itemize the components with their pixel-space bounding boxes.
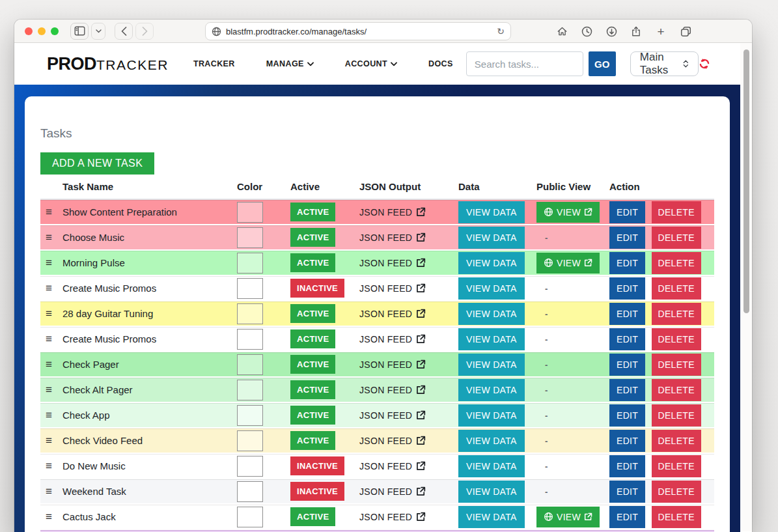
json-feed-link[interactable]: JSON FEED xyxy=(359,258,426,268)
add-task-button[interactable]: ADD A NEW TASK xyxy=(40,152,154,175)
edit-button[interactable]: EDIT xyxy=(609,252,645,274)
json-feed-link[interactable]: JSON FEED xyxy=(359,385,426,395)
view-data-button[interactable]: VIEW DATA xyxy=(458,506,525,528)
zoom-window-button[interactable] xyxy=(51,27,59,35)
drag-handle-icon[interactable]: ≡ xyxy=(40,307,52,320)
public-view-button[interactable]: VIEW xyxy=(536,253,600,273)
delete-button[interactable]: DELETE xyxy=(652,404,701,427)
delete-button[interactable]: DELETE xyxy=(652,455,701,477)
new-tab-button[interactable]: + xyxy=(652,23,670,40)
view-data-button[interactable]: VIEW DATA xyxy=(458,455,525,477)
color-swatch[interactable] xyxy=(237,253,263,273)
refresh-icon[interactable] xyxy=(699,58,710,70)
delete-button[interactable]: DELETE xyxy=(652,481,701,503)
history-button[interactable] xyxy=(577,23,596,40)
view-data-button[interactable]: VIEW DATA xyxy=(458,252,525,274)
delete-button[interactable]: DELETE xyxy=(652,354,701,376)
json-feed-link[interactable]: JSON FEED xyxy=(359,436,426,446)
view-data-button[interactable]: VIEW DATA xyxy=(458,404,525,427)
json-feed-link[interactable]: JSON FEED xyxy=(359,461,426,471)
back-button[interactable] xyxy=(115,23,133,40)
scrollbar-thumb[interactable] xyxy=(743,49,749,313)
scrollbar-track[interactable] xyxy=(740,43,752,531)
drag-handle-icon[interactable]: ≡ xyxy=(40,460,52,473)
delete-button[interactable]: DELETE xyxy=(652,379,701,401)
url-bar[interactable]: blastfm.prodtracker.co/manage/tasks/ ↻ xyxy=(205,22,511,40)
edit-button[interactable]: EDIT xyxy=(609,277,645,300)
edit-button[interactable]: EDIT xyxy=(609,430,645,452)
forward-button[interactable] xyxy=(135,23,154,40)
active-badge[interactable]: INACTIVE xyxy=(290,482,344,501)
json-feed-link[interactable]: JSON FEED xyxy=(359,410,426,421)
delete-button[interactable]: DELETE xyxy=(652,506,701,528)
site-logo[interactable]: PRODTRACKER xyxy=(47,54,169,74)
json-feed-link[interactable]: JSON FEED xyxy=(359,512,426,522)
public-view-button[interactable]: VIEW xyxy=(536,507,600,527)
json-feed-link[interactable]: JSON FEED xyxy=(359,207,426,217)
color-swatch[interactable] xyxy=(237,278,263,299)
drag-handle-icon[interactable]: ≡ xyxy=(40,485,52,498)
active-badge[interactable]: ACTIVE xyxy=(290,507,335,526)
edit-button[interactable]: EDIT xyxy=(609,227,645,249)
view-data-button[interactable]: VIEW DATA xyxy=(458,201,525,223)
edit-button[interactable]: EDIT xyxy=(609,404,645,427)
color-swatch[interactable] xyxy=(237,481,263,502)
drag-handle-icon[interactable]: ≡ xyxy=(40,511,52,524)
delete-button[interactable]: DELETE xyxy=(652,227,701,249)
active-badge[interactable]: ACTIVE xyxy=(290,355,335,374)
share-button[interactable] xyxy=(627,23,645,40)
delete-button[interactable]: DELETE xyxy=(652,303,701,325)
tab-overview-button[interactable] xyxy=(676,23,695,40)
sidebar-toggle-button[interactable] xyxy=(70,23,89,40)
json-feed-link[interactable]: JSON FEED xyxy=(359,359,426,370)
active-badge[interactable]: ACTIVE xyxy=(290,406,335,425)
delete-button[interactable]: DELETE xyxy=(652,252,701,274)
active-badge[interactable]: ACTIVE xyxy=(290,253,335,272)
color-swatch[interactable] xyxy=(237,507,263,527)
edit-button[interactable]: EDIT xyxy=(609,328,645,350)
active-badge[interactable]: ACTIVE xyxy=(290,228,335,247)
drag-handle-icon[interactable]: ≡ xyxy=(40,409,52,422)
downloads-button[interactable] xyxy=(602,23,620,40)
color-swatch[interactable] xyxy=(237,380,263,400)
active-badge[interactable]: ACTIVE xyxy=(290,203,335,221)
edit-button[interactable]: EDIT xyxy=(609,303,645,325)
color-swatch[interactable] xyxy=(237,329,263,350)
view-data-button[interactable]: VIEW DATA xyxy=(458,277,525,300)
delete-button[interactable]: DELETE xyxy=(652,277,701,300)
edit-button[interactable]: EDIT xyxy=(609,506,645,528)
nav-item-tracker[interactable]: TRACKER xyxy=(193,59,235,68)
json-feed-link[interactable]: JSON FEED xyxy=(359,486,426,497)
color-swatch[interactable] xyxy=(237,430,263,451)
edit-button[interactable]: EDIT xyxy=(609,201,645,223)
color-swatch[interactable] xyxy=(237,303,263,324)
search-input[interactable] xyxy=(466,51,583,76)
view-data-button[interactable]: VIEW DATA xyxy=(458,354,525,376)
color-swatch[interactable] xyxy=(237,354,263,375)
edit-button[interactable]: EDIT xyxy=(609,354,645,376)
task-list-select[interactable]: Main Tasks xyxy=(630,51,699,76)
minimize-window-button[interactable] xyxy=(38,27,46,35)
drag-handle-icon[interactable]: ≡ xyxy=(40,206,52,219)
active-badge[interactable]: ACTIVE xyxy=(290,380,335,399)
json-feed-link[interactable]: JSON FEED xyxy=(359,309,426,319)
edit-button[interactable]: EDIT xyxy=(609,481,645,503)
nav-item-docs[interactable]: DOCS xyxy=(428,59,453,68)
json-feed-link[interactable]: JSON FEED xyxy=(359,334,426,344)
drag-handle-icon[interactable]: ≡ xyxy=(40,282,52,295)
reload-icon[interactable]: ↻ xyxy=(497,27,505,36)
delete-button[interactable]: DELETE xyxy=(652,328,701,350)
delete-button[interactable]: DELETE xyxy=(652,430,701,452)
json-feed-link[interactable]: JSON FEED xyxy=(359,283,426,294)
active-badge[interactable]: INACTIVE xyxy=(290,456,344,475)
edit-button[interactable]: EDIT xyxy=(609,455,645,477)
close-window-button[interactable] xyxy=(25,27,33,35)
color-swatch[interactable] xyxy=(237,202,263,223)
go-button[interactable]: GO xyxy=(589,51,616,76)
public-view-button[interactable]: VIEW xyxy=(536,202,600,223)
view-data-button[interactable]: VIEW DATA xyxy=(458,379,525,401)
nav-item-account[interactable]: ACCOUNT xyxy=(345,59,397,68)
view-data-button[interactable]: VIEW DATA xyxy=(458,303,525,325)
drag-handle-icon[interactable]: ≡ xyxy=(40,333,52,346)
color-swatch[interactable] xyxy=(237,227,263,248)
